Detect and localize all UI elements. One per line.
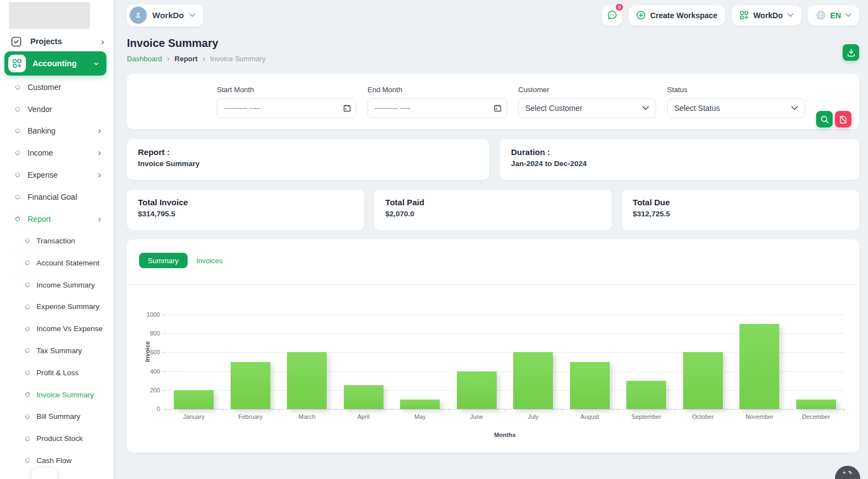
bullet-icon [15,128,21,134]
chart-axis-tick [844,409,845,412]
sidebar-item-account-statement[interactable]: Account Statement [0,252,113,274]
sidebar-item-vendor[interactable]: Vendor [0,98,113,120]
chart-bar-june[interactable] [457,371,497,409]
chart-bar-december[interactable] [796,400,836,409]
chart-card: Summary Invoices Invoice 020040060080010… [127,240,859,453]
sidebar-item-transaction[interactable]: Transaction [0,230,113,252]
chevron-right-icon: › [98,215,101,223]
chart-axis-tick [675,409,675,412]
chevron-down-icon [642,106,649,110]
bullet-icon [25,370,31,376]
chart-axis-tick [731,409,732,412]
tab-invoices[interactable]: Invoices [196,253,223,268]
bullet-icon [15,216,21,222]
chart-y-tick-label: 0 [157,406,160,412]
status-select[interactable]: Select Status [667,98,805,118]
sidebar-item-label: Projects [30,37,62,46]
chart-bar-january[interactable] [174,390,214,409]
sidebar-item-tax-summary[interactable]: Tax Summary [0,340,113,362]
sidebar-item-report[interactable]: Report› [0,208,113,230]
sidebar-item-customer[interactable]: Customer [0,76,113,98]
start-month-input[interactable] [217,98,356,118]
chart-x-tick-label: April [336,413,392,420]
language-selector[interactable]: EN [808,6,859,25]
sidebar-item-label: Income [28,148,53,157]
chart-bar-april[interactable] [344,385,384,409]
chart-bar-may[interactable] [400,400,440,409]
chart-bar-july[interactable] [513,352,553,409]
chart-bar-march[interactable] [287,352,327,409]
chart-bar-slot [788,315,845,409]
chart-bar-slot [449,315,505,409]
sidebar-item-label: Profit & Loss [36,369,79,377]
sidebar-item-bill-summary[interactable]: Bill Summary [0,406,113,428]
sidebar-item-income[interactable]: Income› [0,142,113,164]
topbar-actions: 0 Create Workspace WorkDo EN [602,6,859,25]
chart-bar-september[interactable] [626,381,666,409]
sidebar-item-invoice-summary[interactable]: Invoice Summary [0,384,113,406]
sidebar-item-label: Income Vs Expense [36,324,103,333]
chart-bar-february[interactable] [231,362,270,409]
bullet-icon [25,326,31,332]
chart-bar-october[interactable] [683,352,723,409]
app-menu-button[interactable]: WorkDo [732,6,801,25]
chart-bar-august[interactable] [570,362,610,409]
sidebar-item-expense[interactable]: Expense› [0,164,113,186]
tab-summary[interactable]: Summary [139,253,188,268]
total-due-label: Total Due [633,198,848,207]
breadcrumb-dashboard[interactable]: Dashboard [127,55,162,63]
sidebar-item-profit-loss[interactable]: Profit & Loss [0,361,113,384]
chart-axis-tick [449,409,449,412]
globe-icon [816,10,826,20]
chart-y-tick-label: 1000 [147,311,160,318]
workspace-selector[interactable]: WorkDo [127,4,203,26]
chart-plot: 02004006008001000JanuaryFebruaryMarchApr… [166,315,844,409]
chart-axis-tick [788,409,789,412]
chevron-right-icon: › [98,148,101,157]
plus-circle-icon [636,10,646,20]
chart-y-tick-label: 200 [150,387,160,393]
sidebar-item-banking[interactable]: Banking› [0,120,113,142]
bullet-icon [15,106,21,112]
sidebar-item-cash-flow[interactable]: Cash Flow [0,450,113,472]
total-due-card: Total Due $312,725.5 [622,190,859,230]
reset-filter-button[interactable] [835,111,851,127]
duration-card: Duration : Jan-2024 to Dec-2024 [500,139,859,180]
chart-bar-november[interactable] [739,324,779,409]
chart-axis-tick [505,409,505,412]
sidebar-item-accounting[interactable]: Accounting › [4,51,106,76]
bullet-icon [15,150,21,156]
sidebar-item-income-vs-expense[interactable]: Income Vs Expense [0,318,113,340]
chart-x-tick-label: June [449,413,505,420]
search-button[interactable] [816,111,833,127]
sidebar-item-expense-summary[interactable]: Expense Summary [0,296,113,318]
chart-x-tick-label: November [731,413,788,420]
sidebar-item-financial-goal[interactable]: Financial Goal [0,186,113,208]
sidebar-item-product-stock[interactable]: Product Stock [0,428,113,450]
sidebar-item-projects[interactable]: Projects › [0,30,113,52]
create-workspace-button[interactable]: Create Workspace [629,6,725,25]
accounting-submenu: CustomerVendorBanking›Income›Expense›Fin… [0,76,113,471]
end-month-input[interactable] [368,98,507,118]
report-value: Invoice Summary [138,159,478,168]
breadcrumb-separator: › [203,54,205,63]
bullet-icon [25,238,31,244]
chart-x-tick-label: May [392,413,449,420]
customer-select[interactable]: Select Customer [518,98,656,118]
page-head: Invoice Summary Dashboard › Report › Inv… [127,37,859,63]
messages-button[interactable]: 0 [602,6,622,25]
chart-y-tick-label: 600 [150,349,160,355]
chart-axis-tick [222,409,223,412]
chart-x-tick-label: December [788,413,845,420]
sidebar-item-income-summary[interactable]: Income Summary [0,274,113,296]
chart-axis-tick [166,409,166,412]
download-button[interactable] [843,44,859,61]
chevron-down-icon [845,13,851,17]
breadcrumb-report[interactable]: Report [174,55,198,63]
bullet-icon [25,348,31,354]
chart-x-tick-label: January [166,413,222,420]
workspace-name: WorkDo [152,10,184,20]
chart-x-tick-label: October [675,413,732,420]
sidebar-item-label: Bill Summary [36,412,81,421]
chevron-right-icon: › [101,37,104,46]
